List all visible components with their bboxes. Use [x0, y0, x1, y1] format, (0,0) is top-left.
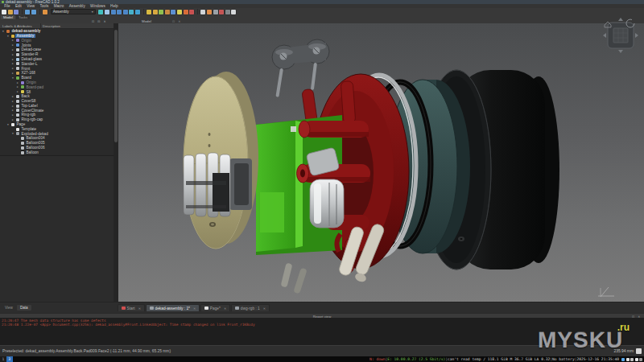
expander-open-icon[interactable]: ▾ — [11, 132, 14, 135]
expander-closed-icon[interactable]: ▸ — [11, 113, 14, 117]
wm-status: N: down|E: 10.00.0.27 (2.5 Gbit/s)|can't… — [369, 357, 619, 361]
isometric-view-icon[interactable] — [129, 10, 134, 14]
toggle-visibility-icon[interactable] — [200, 10, 205, 14]
new-assembly-icon[interactable] — [153, 10, 158, 14]
part-icon — [16, 109, 19, 112]
part-icon — [21, 90, 24, 93]
tree-item-balloon[interactable]: Balloon — [0, 150, 114, 155]
watermark: MYSKU .ru — [538, 327, 623, 353]
expander-closed-icon[interactable]: ▸ — [11, 109, 14, 112]
bom-icon[interactable] — [189, 10, 194, 14]
toolbar-separator — [39, 9, 40, 14]
expander-open-icon[interactable]: ▾ — [2, 30, 5, 33]
expander-open-icon[interactable]: ▾ — [6, 123, 10, 126]
expander-closed-icon[interactable]: ▸ — [11, 39, 14, 42]
open-file-icon[interactable] — [8, 10, 13, 14]
expander-closed-icon[interactable]: ▸ — [11, 118, 14, 121]
document-tab[interactable]: Start✕ — [118, 304, 145, 311]
tree-column-description[interactable]: Description — [43, 24, 60, 28]
close-icon[interactable]: ✕ — [138, 306, 141, 311]
nav-style-icon[interactable] — [636, 348, 642, 354]
redo-icon[interactable] — [31, 10, 36, 14]
expander-closed-icon[interactable]: ▸ — [11, 58, 14, 61]
undo-icon[interactable] — [25, 10, 30, 14]
tree-item-label: Front — [20, 67, 31, 72]
document-tab[interactable]: dekad-assembly : 1*✕ — [146, 304, 200, 311]
tree-column-labels[interactable]: Labels & Attributes — [2, 24, 32, 28]
tree-item-label: dekad-assembly — [10, 29, 42, 34]
tree-item-label: Ring-rgb — [20, 113, 37, 117]
joint-revolute-icon[interactable] — [171, 10, 175, 14]
toolbar-separator — [143, 9, 144, 14]
tray-icon[interactable] — [630, 358, 634, 361]
axis-cross — [596, 284, 617, 298]
align-icon[interactable] — [225, 10, 230, 14]
expander-closed-icon[interactable]: ▸ — [16, 90, 19, 93]
property-editor[interactable] — [0, 155, 114, 302]
draw-style-icon[interactable] — [105, 10, 109, 14]
save-icon[interactable] — [14, 10, 19, 14]
new-file-icon[interactable] — [2, 10, 6, 14]
expander-closed-icon[interactable]: ▸ — [11, 62, 14, 65]
property-tab-data[interactable]: Data — [17, 305, 31, 311]
stand-bracket-part[interactable] — [272, 39, 329, 97]
exploded-view-icon[interactable] — [184, 10, 188, 14]
wm-taskbar: 13 N: down|E: 10.00.0.27 (2.5 Gbit/s)|ca… — [0, 356, 644, 362]
expander-closed-icon[interactable]: ▸ — [11, 72, 14, 75]
tab-tasks[interactable]: Tasks — [16, 15, 30, 19]
close-icon[interactable]: ✕ — [263, 306, 266, 311]
workbench-selector[interactable]: Assembly▾ — [51, 9, 96, 14]
tree-item-label: Balloon004 — [25, 136, 46, 141]
report-line: 21:20:48 1.22e-07 <App> Document.cpp(325… — [2, 323, 644, 327]
front-view-icon[interactable] — [111, 10, 116, 14]
expander-open-icon[interactable]: ▾ — [6, 35, 10, 38]
document-tab[interactable]: Page*✕ — [200, 304, 230, 311]
appearance-icon[interactable] — [213, 10, 218, 14]
workbench-selector-label: Assembly — [53, 10, 69, 14]
joint-cylindrical-icon[interactable] — [177, 10, 182, 14]
tray-icon[interactable] — [621, 358, 625, 361]
transform-icon[interactable] — [219, 10, 224, 14]
workspace-1[interactable]: 1 — [0, 356, 6, 362]
insert-part-icon[interactable] — [147, 10, 151, 14]
expander-closed-icon[interactable]: ▸ — [11, 100, 14, 103]
expander-open-icon[interactable]: ▾ — [11, 76, 14, 80]
close-icon[interactable]: ✕ — [193, 306, 196, 311]
solve-assembly-icon[interactable] — [159, 10, 163, 14]
part-icon — [21, 85, 24, 88]
joint-fixed-icon[interactable] — [165, 10, 170, 14]
expander-closed-icon[interactable]: ▸ — [11, 53, 14, 56]
part-color-icon[interactable] — [207, 10, 212, 14]
3d-viewport[interactable] — [118, 23, 644, 302]
measure-icon[interactable] — [135, 10, 140, 14]
refresh-icon[interactable] — [43, 10, 47, 14]
tray-icon[interactable] — [635, 358, 638, 361]
expander-closed-icon[interactable]: ▸ — [11, 48, 14, 51]
workspace-3[interactable]: 3 — [6, 356, 13, 362]
navigation-cube[interactable] — [602, 17, 639, 54]
chevron-down-icon: ▾ — [92, 10, 93, 14]
scrollbar-thumb[interactable] — [114, 30, 118, 142]
tray-icon[interactable] — [626, 358, 630, 361]
document-tab[interactable]: dwg-rgb : 1✕ — [231, 304, 270, 311]
part-icon — [16, 39, 19, 42]
expander-closed-icon[interactable]: ▸ — [16, 85, 19, 88]
expander-closed-icon[interactable]: ▸ — [11, 67, 14, 70]
part-icon — [21, 142, 24, 145]
expander-closed-icon[interactable]: ▸ — [16, 81, 19, 84]
tray-icons — [621, 358, 642, 361]
expander-closed-icon[interactable]: ▸ — [11, 105, 14, 108]
close-icon[interactable]: ✕ — [224, 306, 226, 311]
tab-model[interactable]: Model — [1, 15, 15, 19]
expander-closed-icon[interactable]: ▸ — [11, 95, 14, 98]
std-views-icon[interactable] — [231, 10, 236, 14]
tray-icon[interactable] — [639, 358, 642, 361]
part-icon — [11, 123, 14, 126]
top-view-icon[interactable] — [117, 10, 122, 14]
expander-closed-icon[interactable]: ▸ — [11, 43, 14, 47]
right-view-icon[interactable] — [123, 10, 128, 14]
part-icon — [16, 132, 19, 135]
spring-pack-part[interactable] — [184, 153, 252, 217]
property-tab-view[interactable]: View — [2, 305, 16, 311]
fit-all-icon[interactable] — [98, 10, 103, 14]
